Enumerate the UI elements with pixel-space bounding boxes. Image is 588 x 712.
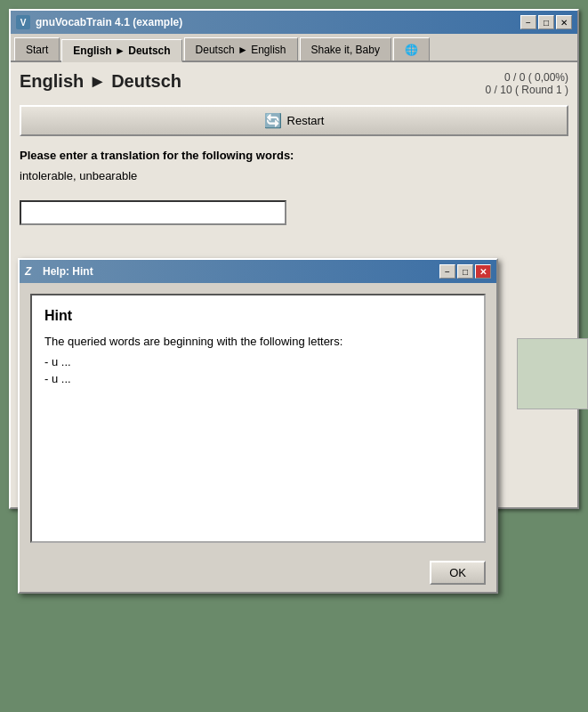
hint-box-title: Hint <box>44 308 471 324</box>
title-bar-left: V gnuVocabTrain 4.1 (example) <box>16 15 182 29</box>
dialog-minimize-button[interactable]: − <box>439 264 455 279</box>
dialog-title: Help: Hint <box>43 265 93 278</box>
dialog-app-icon: Z <box>25 265 37 278</box>
restart-button[interactable]: 🔄 Restart <box>20 105 568 136</box>
section-header: English ► Deutsch 0 / 0 ( 0,00%) 0 / 10 … <box>20 71 568 96</box>
app-title: gnuVocabTrain 4.1 (example) <box>36 16 182 28</box>
ok-button[interactable]: OK <box>430 561 486 585</box>
hint-intro: The queried words are beginning with the… <box>44 335 471 348</box>
dialog-title-buttons: − □ ✕ <box>439 264 491 279</box>
score-top: 0 / 0 ( 0,00%) <box>486 71 568 84</box>
hint-item-2: - u ... <box>44 372 471 385</box>
score-bottom: 0 / 10 ( Round 1 ) <box>486 84 568 96</box>
hint-box: Hint The queried words are beginning wit… <box>30 294 486 543</box>
tab-bar: Start English ► Deutsch Deutsch ► Englis… <box>11 34 577 62</box>
tab-shake[interactable]: Shake it, Baby <box>300 37 391 61</box>
dialog-title-left: Z Help: Hint <box>25 265 93 278</box>
close-button[interactable]: ✕ <box>556 15 572 29</box>
instruction-text: Please enter a translation for the follo… <box>20 149 568 162</box>
hint-item-1: - u ... <box>44 355 471 368</box>
app-icon: V <box>16 15 30 29</box>
dialog-footer: OK <box>20 554 496 592</box>
tab-start[interactable]: Start <box>14 37 60 61</box>
restart-label: Restart <box>287 114 325 127</box>
main-title-bar: V gnuVocabTrain 4.1 (example) − □ ✕ <box>11 11 577 34</box>
answer-input[interactable] <box>20 200 286 225</box>
section-title: English ► Deutsch <box>20 71 181 92</box>
dialog-content: Hint The queried words are beginning wit… <box>20 283 496 554</box>
minimize-button[interactable]: − <box>520 15 536 29</box>
dialog-title-bar: Z Help: Hint − □ ✕ <box>20 260 496 283</box>
word-text: intolerable, unbearable <box>20 169 568 182</box>
tab-deutsch-english[interactable]: Deutsch ► English <box>184 37 298 61</box>
dialog-close-button[interactable]: ✕ <box>475 264 491 279</box>
right-panel <box>517 338 588 409</box>
title-bar-buttons: − □ ✕ <box>520 15 572 29</box>
maximize-button[interactable]: □ <box>538 15 554 29</box>
score-area: 0 / 0 ( 0,00%) 0 / 10 ( Round 1 ) <box>486 71 568 96</box>
dialog-maximize-button[interactable]: □ <box>457 264 473 279</box>
hint-dialog: Z Help: Hint − □ ✕ Hint The queried word… <box>18 258 498 594</box>
restart-icon: 🔄 <box>264 112 282 129</box>
tab-icon[interactable]: 🌐 <box>393 37 430 61</box>
tab-english-deutsch[interactable]: English ► Deutsch <box>61 39 181 62</box>
